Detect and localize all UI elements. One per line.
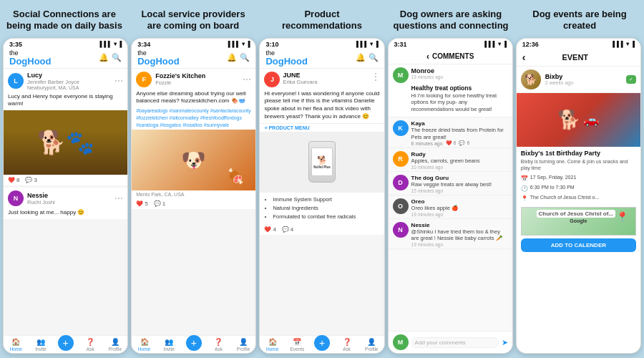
nav-home-3[interactable]: 🏠Home <box>260 338 285 352</box>
bell-icon-2[interactable]: 🔔 <box>227 53 237 62</box>
location-icon: 📍 <box>521 195 528 203</box>
wifi-icon-4: ▾ <box>498 41 501 47</box>
post-image-fozzie: 🐶 🍖 <box>132 130 255 190</box>
avatar-fozzie: F <box>136 72 152 87</box>
event-meta: 📅 17 Sep, Friday, 2021 🕐 6:30 PM to 7:30… <box>521 174 636 203</box>
label-product: Product recommendations <box>258 6 386 35</box>
reply-kaya[interactable]: 💬 6 <box>459 140 469 146</box>
signal-icon-5: ▌▌▌ <box>613 41 625 47</box>
comment-btn-june[interactable]: 💬 4 <box>282 226 293 233</box>
nav-invite-2[interactable]: 👥Invite <box>157 338 182 352</box>
phones-row: 3:35 ▌▌▌ ▾ ▐ the DogHood 🔔 🔍 <box>0 38 644 359</box>
nav-plus-3[interactable]: + <box>310 338 335 352</box>
nav-ask-2[interactable]: ❓Ask <box>206 338 231 352</box>
add-calendar-button[interactable]: ADD TO CALENDER <box>521 238 636 252</box>
event-date-row: 📅 17 Sep, Friday, 2021 <box>521 174 636 183</box>
like-btn-fozzie[interactable]: ❤️ 5 <box>136 200 147 207</box>
battery-icon-4: ▐ <box>502 41 507 47</box>
search-icon[interactable]: 🔍 <box>112 53 122 62</box>
back-icon-events[interactable]: ‹ <box>522 52 526 63</box>
header-icons-3: 🔔 🔍 <box>356 53 379 62</box>
like-btn-1[interactable]: ❤️ 8 <box>8 177 19 183</box>
calendar-icon: 📅 <box>521 175 528 183</box>
avatar-oreo: O <box>393 198 409 214</box>
product-image-area: 🐕 NuVet Plus <box>260 132 384 193</box>
comment-input[interactable]: Add your comments <box>411 337 499 348</box>
username-monroe: Monroe <box>411 67 443 74</box>
rsvp-badge[interactable]: ✓ <box>626 75 636 84</box>
post-header-2: N Nessie Ruchi Joshi ⋯ <box>4 188 127 208</box>
app-header-1: the DogHood 🔔 🔍 <box>4 49 127 69</box>
plus-btn-2[interactable]: + <box>186 335 202 351</box>
dog-emoji-2: 🐾 <box>66 129 94 156</box>
like-kaya[interactable]: ❤️ 6 <box>446 140 457 146</box>
nav-events-3[interactable]: 📅Events <box>285 338 310 352</box>
post-header-june: J JUNE Erika Guevara ⋮ <box>260 69 384 89</box>
nav-home-1[interactable]: 🏠Home <box>4 338 29 352</box>
post-header-fozzie: F Fozzie's Kitchen Fozzie ⋯ <box>132 69 255 89</box>
event-image: 🐕 🚗 <box>517 93 640 147</box>
bell-icon-3[interactable]: 🔔 <box>356 53 366 62</box>
bottom-nav-1: 🏠Home 👥Invite + ❓Ask 👤Profile <box>4 335 127 353</box>
comment-btn-1[interactable]: 💬 3 <box>25 177 36 183</box>
nav-plus-1[interactable]: + <box>53 338 78 352</box>
event-time-row: 🕐 6:30 PM to 7:30 PM <box>521 184 636 193</box>
subname-fozzie: Fozzie <box>155 79 239 86</box>
time-5: 12:36 <box>522 41 539 48</box>
search-icon-3[interactable]: 🔍 <box>369 53 379 62</box>
nav-plus-2[interactable]: + <box>181 338 206 352</box>
avatar-monroe: M <box>393 67 409 83</box>
event-location: The Church of Jesus Christ o... <box>530 194 599 202</box>
header-icons-2: 🔔 🔍 <box>227 53 250 62</box>
phone-events: 12:36 ▌▌▌ ▾ ▐ ‹ EVENT 🐕 Bixby 2 weeks ag… <box>516 38 641 354</box>
nav-home-2[interactable]: 🏠Home <box>132 338 157 352</box>
plus-btn-3[interactable]: + <box>314 335 330 351</box>
product-menu-label[interactable]: ≡ PRODUCT MENU <box>260 123 384 132</box>
label-local: Local service providers are coming on bo… <box>129 6 258 35</box>
post-actions-1: ❤️ 8 💬 3 <box>4 175 127 185</box>
map-bg: Google 📍 Church of Jesus Christ of... <box>522 208 635 235</box>
comment-btn-fozzie[interactable]: 💬 1 <box>154 200 165 207</box>
search-icon-2[interactable]: 🔍 <box>240 53 250 62</box>
nav-invite-1[interactable]: 👥Invite <box>29 338 54 352</box>
profile-icon-1: 👤 <box>111 338 119 346</box>
back-icon[interactable]: ‹ <box>426 52 429 62</box>
post-text-june: Hi everyone! I was wondering if anyone c… <box>260 89 384 123</box>
post-header-1: L Lucy Jennifer Barber Joyce Newburyport… <box>4 69 127 92</box>
monroe-header: M Monroe 19 minutes ago <box>393 67 508 83</box>
like-btn-june[interactable]: ❤️ 4 <box>264 226 275 233</box>
post-menu-1[interactable]: ⋯ <box>114 76 123 86</box>
event-desc: Bixby is turning one. Come & join us sna… <box>521 158 636 171</box>
post-menu-2[interactable]: ⋯ <box>114 193 123 203</box>
nav-profile-3[interactable]: 👤Profile <box>359 338 384 352</box>
monroe-info: Monroe 19 minutes ago <box>411 67 443 79</box>
bixby-profile: 🐕 Bixby 2 weeks ago ✓ <box>517 67 640 93</box>
comments-list: K Kaya The freeze dried treats from Prot… <box>389 117 512 331</box>
plus-btn-1[interactable]: + <box>58 335 74 351</box>
app-root: Social Connections are being made on dai… <box>0 0 644 358</box>
status-bar-3: 3:10 ▌▌▌ ▾ ▐ <box>260 39 384 49</box>
battery-icon-5: ▐ <box>630 41 635 47</box>
post-card-1: L Lucy Jennifer Barber Joyce Newburyport… <box>4 69 127 186</box>
avatar-june: J <box>264 72 280 87</box>
dog-food-emoji: 🐶 <box>181 148 206 172</box>
bell-icon[interactable]: 🔔 <box>99 53 109 62</box>
location-lucy: Newburyport, MA, USA <box>27 85 111 90</box>
username-lucy: Lucy <box>27 72 111 79</box>
bullet-1: Immune System Support <box>273 195 378 204</box>
label-comments: Dog owners are asking questions and conn… <box>386 6 515 35</box>
app-header-2: the DogHood 🔔 🔍 <box>132 49 255 69</box>
post-menu-fozzie[interactable]: ⋯ <box>243 74 251 84</box>
send-icon[interactable]: ➤ <box>502 338 508 347</box>
phone-comments: 3:31 ▌▌▌ ▾ ▐ ‹ COMMENTS M Monroe 19 minu… <box>388 38 513 354</box>
nav-profile-1[interactable]: 👤Profile <box>103 338 128 352</box>
username-nessie: Nessie <box>27 192 111 199</box>
post-menu-june[interactable]: ⋮ <box>371 72 380 82</box>
avatar-bixby: 🐕 <box>521 69 541 90</box>
comment-doguru: D The dog Guru Raw veggie treats are alw… <box>389 172 512 195</box>
event-header-title: EVENT <box>562 53 588 62</box>
nav-ask-1[interactable]: ❓Ask <box>78 338 103 352</box>
nav-ask-3[interactable]: ❓Ask <box>334 338 359 352</box>
avatar-doguru: D <box>393 175 409 190</box>
nav-profile-2[interactable]: 👤Profile <box>231 338 256 352</box>
